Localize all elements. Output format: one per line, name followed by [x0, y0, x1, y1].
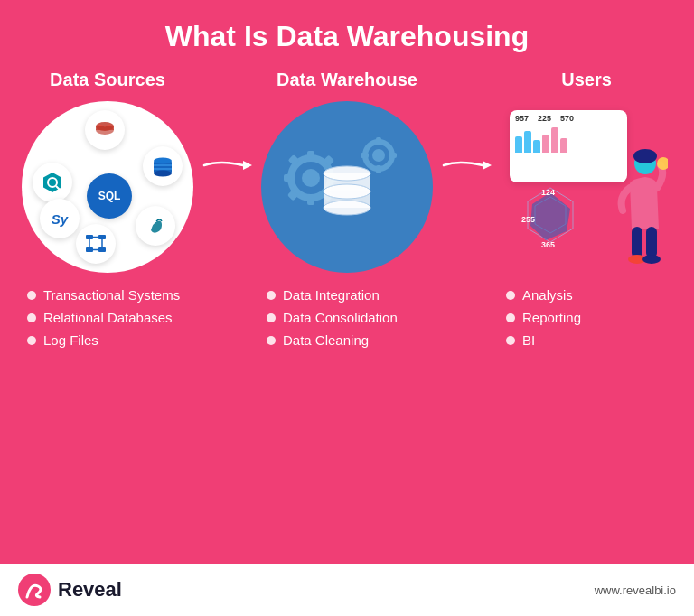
svg-marker-44 — [483, 161, 492, 170]
svg-rect-34 — [361, 153, 369, 158]
svg-point-31 — [372, 149, 385, 162]
bullet-dot — [267, 336, 276, 345]
bullet-dot — [506, 336, 515, 345]
logo-area: Reveal — [18, 574, 122, 606]
bullet-reporting: Reporting — [506, 310, 581, 325]
reveal-logo-icon — [18, 574, 51, 606]
warehouse-title: Data Warehouse — [277, 70, 417, 90]
bullet-integration: Data Integration — [267, 287, 398, 303]
person-figure — [605, 147, 668, 268]
svg-rect-54 — [646, 227, 657, 258]
bar-1 — [515, 136, 522, 153]
content-row: Data Sources — [0, 70, 694, 564]
bullet-logfiles: Log Files — [27, 332, 180, 348]
bar-2 — [524, 131, 531, 153]
warehouse-bullets: Data Integration Data Consolidation Data… — [258, 287, 398, 355]
bullet-dot — [27, 291, 36, 300]
arrow-1 — [197, 155, 258, 175]
users-illustration: 957 225 570 — [501, 101, 672, 273]
icon-oracle — [85, 110, 125, 150]
icon-mysql — [136, 206, 175, 246]
footer: Reveal www.revealbi.io — [0, 564, 694, 616]
users-bullets: Analysis Reporting BI — [497, 287, 581, 355]
svg-rect-13 — [86, 247, 93, 252]
bullet-bi: BI — [506, 332, 581, 348]
footer-url: www.revealbi.io — [595, 583, 676, 597]
bullet-analysis: Analysis — [506, 287, 581, 303]
bar-5 — [551, 127, 558, 153]
bullet-consolidation: Data Consolidation — [267, 310, 398, 325]
svg-point-52 — [633, 149, 657, 163]
bullet-dot — [27, 336, 36, 345]
brand-name: Reveal — [58, 578, 122, 602]
svg-rect-11 — [86, 235, 93, 239]
bullet-dot — [267, 313, 276, 322]
dash-numbers: 957 225 570 — [515, 114, 622, 123]
svg-point-8 — [154, 171, 172, 177]
svg-point-21 — [302, 169, 320, 187]
bullet-dot — [506, 291, 515, 300]
svg-rect-24 — [284, 174, 295, 182]
bullet-transactional: Transactional Systems — [27, 287, 180, 303]
svg-rect-23 — [307, 194, 314, 205]
svg-text:255: 255 — [521, 215, 535, 224]
users-title: Users — [561, 70, 612, 90]
main-container: What Is Data Warehousing Data Sources — [0, 0, 694, 616]
section-datasources: Data Sources — [18, 70, 197, 355]
icon-sybase: Sy — [40, 199, 80, 238]
svg-rect-53 — [632, 227, 642, 258]
svg-text:124: 124 — [541, 188, 555, 197]
datasources-bullets: Transactional Systems Relational Databas… — [18, 287, 180, 355]
svg-rect-35 — [389, 153, 397, 158]
bullet-dot — [27, 313, 36, 322]
bullet-dot — [267, 291, 276, 300]
datasources-circle: SQL Sy — [22, 101, 193, 273]
svg-rect-22 — [307, 151, 314, 162]
svg-rect-12 — [98, 235, 106, 239]
bullet-dot — [506, 313, 515, 322]
section-warehouse: Data Warehouse — [258, 70, 436, 355]
datasources-title: Data Sources — [50, 70, 165, 90]
bullet-cleaning: Data Cleaning — [267, 332, 398, 348]
svg-point-58 — [18, 574, 51, 606]
bar-3 — [533, 140, 540, 153]
icon-sql: SQL — [87, 173, 132, 219]
svg-marker-47 — [530, 192, 570, 240]
icon-bigquery — [33, 163, 72, 202]
svg-point-56 — [642, 255, 661, 264]
svg-rect-32 — [376, 137, 381, 145]
svg-rect-33 — [376, 165, 381, 173]
bar-6 — [560, 138, 567, 153]
page-title: What Is Data Warehousing — [165, 20, 529, 53]
svg-rect-14 — [98, 247, 106, 252]
svg-marker-19 — [243, 161, 252, 170]
bar-4 — [542, 135, 549, 153]
section-users: Users 957 225 570 — [497, 70, 676, 355]
warehouse-circle — [261, 101, 433, 273]
icon-s3 — [143, 146, 183, 186]
radar-chart: 255 365 124 — [514, 179, 586, 255]
svg-point-7 — [154, 158, 172, 164]
svg-text:365: 365 — [541, 240, 555, 249]
bullet-relational: Relational Databases — [27, 310, 180, 325]
icon-erd — [76, 224, 116, 264]
arrow-2 — [436, 155, 497, 175]
